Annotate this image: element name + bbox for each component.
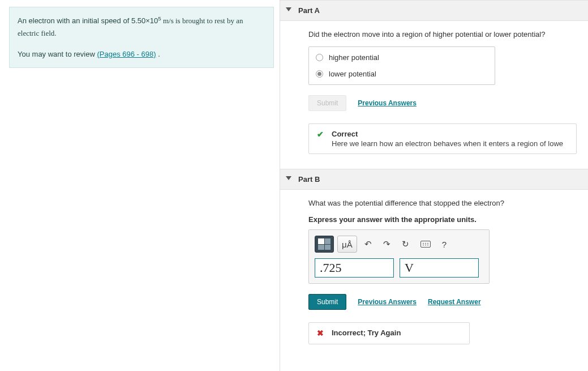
feedback-message: Here we learn how an electron behaves wh…	[332, 139, 568, 148]
problem-statement: An electron with an initial speed of 5.5…	[9, 7, 274, 68]
problem-column: An electron with an initial speed of 5.5…	[0, 0, 280, 371]
radio-checked-icon	[316, 70, 323, 78]
part-b-body: What was the potential difference that s…	[280, 190, 588, 359]
answer-panel: μÅ ↶ ↷ ↻ ?	[308, 229, 490, 284]
part-a-header[interactable]: Part A	[280, 0, 588, 21]
feedback-title: Incorrect; Try Again	[332, 329, 461, 337]
keyboard-icon	[420, 241, 431, 248]
help-icon: ?	[442, 240, 447, 249]
undo-button[interactable]: ↶	[360, 236, 376, 253]
parts-column: Part A Did the electron move into a regi…	[280, 0, 588, 371]
part-a-title: Part A	[298, 6, 320, 15]
choice-lower[interactable]: lower potential	[309, 66, 495, 82]
part-b-title: Part B	[298, 175, 320, 184]
previous-answers-link[interactable]: Previous Answers	[358, 298, 417, 306]
submit-button-disabled: Submit	[308, 95, 346, 111]
redo-icon: ↷	[383, 239, 390, 249]
page-root: An electron with an initial speed of 5.5…	[0, 0, 588, 371]
part-a-question: Did the electron move into a region of h…	[308, 30, 577, 39]
reset-button[interactable]: ↻	[398, 236, 413, 253]
radio-icon	[316, 54, 323, 61]
answer-toolbar: μÅ ↶ ↷ ↻ ?	[315, 236, 483, 253]
part-b-feedback: ✖ Incorrect; Try Again	[308, 322, 470, 344]
undo-icon: ↶	[364, 239, 372, 249]
part-a-buttons: Submit Previous Answers	[308, 95, 577, 111]
redo-button[interactable]: ↷	[379, 236, 394, 253]
x-icon: ✖	[317, 329, 324, 338]
units-label: μÅ	[342, 240, 353, 249]
choice-higher[interactable]: higher potential	[309, 49, 495, 66]
caret-down-icon	[286, 176, 291, 180]
part-b-hint: Express your answer with the appropriate…	[308, 215, 577, 224]
check-icon: ✔	[317, 130, 324, 139]
submit-button[interactable]: Submit	[308, 294, 346, 310]
part-b-buttons: Submit Previous Answers Request Answer	[308, 294, 577, 310]
problem-text-before: An electron with an initial speed of 5.5…	[18, 16, 158, 25]
answer-inputs	[315, 258, 483, 278]
review-line: You may want to review (Pages 696 - 698)…	[18, 48, 265, 61]
unit-input[interactable]	[400, 258, 479, 278]
part-b-header[interactable]: Part B	[280, 169, 588, 190]
reset-icon: ↻	[402, 239, 409, 249]
review-suffix: .	[156, 50, 160, 58]
feedback-title: Correct	[332, 130, 568, 138]
request-answer-link[interactable]: Request Answer	[428, 298, 481, 306]
help-button[interactable]: ?	[438, 236, 450, 253]
choice-label: lower potential	[329, 70, 376, 78]
caret-down-icon	[286, 7, 291, 11]
templates-button[interactable]	[315, 236, 334, 253]
previous-answers-link[interactable]: Previous Answers	[358, 99, 417, 107]
value-input[interactable]	[315, 258, 394, 278]
grid-icon	[318, 238, 331, 250]
review-prefix: You may want to review	[18, 50, 97, 58]
choice-label: higher potential	[329, 53, 379, 62]
problem-text: An electron with an initial speed of 5.5…	[18, 14, 265, 40]
units-button[interactable]: μÅ	[337, 236, 357, 253]
part-b-question: What was the potential difference that s…	[308, 199, 577, 207]
keyboard-button[interactable]	[417, 236, 435, 253]
part-a-body: Did the electron move into a region of h…	[280, 21, 588, 169]
part-a-feedback: ✔ Correct Here we learn how an electron …	[308, 123, 577, 154]
review-link[interactable]: (Pages 696 - 698)	[97, 50, 156, 58]
part-a-choices: higher potential lower potential	[308, 46, 495, 85]
